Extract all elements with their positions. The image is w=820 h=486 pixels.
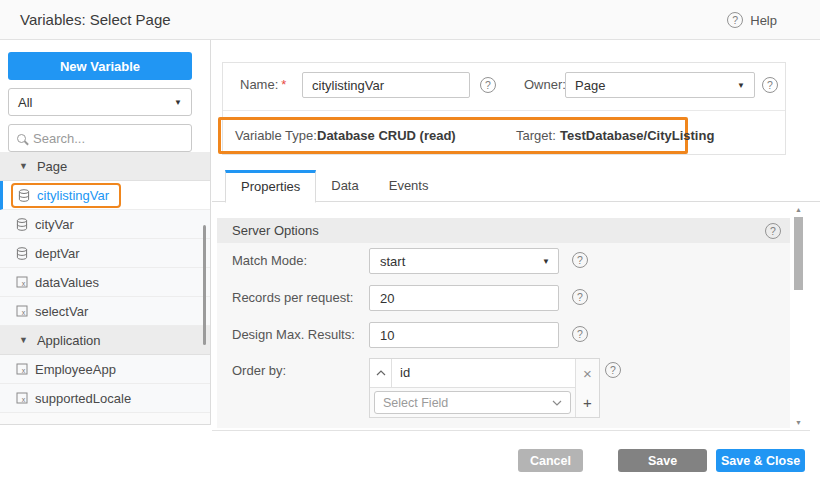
tree-item-selectvar[interactable]: x selectVar bbox=[0, 297, 210, 326]
chevron-up-icon bbox=[376, 370, 386, 376]
variable-type-highlight-box: Variable Type: Database CRUD (read) Targ… bbox=[218, 117, 688, 154]
svg-text:x: x bbox=[22, 309, 26, 316]
order-by-actions-column: × + bbox=[575, 359, 599, 417]
chevron-down-icon: ▼ bbox=[19, 335, 28, 345]
order-by-help-icon[interactable]: ? bbox=[605, 362, 621, 378]
chevron-down-icon bbox=[552, 400, 562, 406]
tree-group-label: Page bbox=[37, 159, 67, 174]
database-variable-icon bbox=[16, 247, 28, 260]
new-variable-button[interactable]: New Variable bbox=[8, 52, 192, 80]
search-icon bbox=[17, 134, 26, 143]
tree-item-label: selectVar bbox=[35, 304, 88, 319]
model-variable-icon: x bbox=[16, 392, 28, 404]
order-by-widget: id Select Field × + bbox=[369, 358, 600, 418]
panel-scrollbar[interactable]: ▲ ▼ bbox=[792, 204, 805, 428]
tree-item-supportedlocale[interactable]: x supportedLocale bbox=[0, 384, 210, 413]
server-options-title: Server Options bbox=[232, 223, 319, 238]
tree-item-citylistingvar[interactable]: citylistingVar bbox=[0, 181, 210, 210]
owner-value: Page bbox=[575, 78, 605, 93]
records-per-request-help-icon[interactable]: ? bbox=[572, 289, 588, 305]
order-by-label: Order by: bbox=[232, 358, 286, 384]
sort-direction-toggle[interactable] bbox=[370, 359, 392, 387]
name-label: Name:* bbox=[240, 71, 286, 99]
tree-item-employeeapp[interactable]: x EmployeeApp bbox=[0, 355, 210, 384]
scroll-up-icon[interactable]: ▲ bbox=[792, 206, 805, 213]
tree-item-label: cityVar bbox=[35, 217, 74, 232]
selection-highlight-box: citylistingVar bbox=[11, 183, 121, 208]
variables-dialog: Variables: Select Page ? Help New Variab… bbox=[0, 0, 820, 486]
database-variable-icon bbox=[16, 218, 28, 231]
detail-tabs: Properties Data Events bbox=[212, 170, 820, 202]
order-by-field-value: id bbox=[392, 359, 575, 387]
variable-tree: ▼ Page citylistingVar cityVar bbox=[0, 152, 210, 424]
target-value: TestDatabase/CityListing bbox=[560, 120, 714, 151]
model-variable-icon: x bbox=[16, 276, 28, 288]
tree-item-label: supportedLocale bbox=[35, 391, 131, 406]
order-by-add-row: Select Field bbox=[370, 388, 575, 417]
tree-item-label: dataValues bbox=[35, 275, 99, 290]
tree-item-label: citylistingVar bbox=[37, 188, 109, 203]
tab-events[interactable]: Events bbox=[374, 170, 444, 201]
tab-properties[interactable]: Properties bbox=[225, 170, 316, 203]
order-by-rows: id Select Field bbox=[370, 359, 575, 417]
match-mode-help-icon[interactable]: ? bbox=[572, 252, 588, 268]
help-circle-icon: ? bbox=[727, 12, 743, 28]
order-by-row: id bbox=[370, 359, 575, 388]
database-variable-icon bbox=[18, 189, 30, 202]
match-mode-control: start ▼ bbox=[369, 248, 559, 274]
tree-group-page[interactable]: ▼ Page bbox=[0, 152, 210, 181]
save-button[interactable]: Save bbox=[618, 449, 707, 472]
card-divider bbox=[223, 110, 785, 111]
tree-group-label: Application bbox=[37, 333, 101, 348]
variable-search[interactable] bbox=[8, 124, 192, 152]
tree-item-datavalues[interactable]: x dataValues bbox=[0, 268, 210, 297]
page-title: Variables: Select Page bbox=[20, 0, 171, 40]
filter-value: All bbox=[18, 95, 32, 110]
records-per-request-control bbox=[369, 285, 559, 311]
chevron-down-icon: ▼ bbox=[542, 257, 550, 266]
search-input[interactable] bbox=[33, 131, 173, 146]
svg-text:x: x bbox=[22, 280, 26, 287]
tree-item-label: EmployeeApp bbox=[35, 362, 116, 377]
match-mode-value: start bbox=[380, 254, 405, 269]
chevron-down-icon: ▼ bbox=[174, 98, 182, 107]
tree-group-application[interactable]: ▼ Application bbox=[0, 326, 210, 355]
variable-summary-card: Name:* ? Owner:* Page ▼ ? Variable Type:… bbox=[222, 62, 786, 155]
owner-select[interactable]: Page ▼ bbox=[565, 72, 755, 98]
server-options-header: Server Options ? bbox=[217, 218, 790, 243]
name-help-icon[interactable]: ? bbox=[480, 77, 496, 93]
tab-data[interactable]: Data bbox=[316, 170, 373, 201]
target-label: Target: bbox=[516, 120, 556, 151]
scroll-down-icon[interactable]: ▼ bbox=[792, 419, 805, 426]
dialog-header: Variables: Select Page ? Help bbox=[0, 0, 820, 40]
add-order-field-button[interactable]: + bbox=[576, 388, 599, 417]
scrollbar-thumb[interactable] bbox=[794, 217, 803, 290]
match-mode-label: Match Mode: bbox=[232, 248, 307, 274]
tree-item-deptvar[interactable]: deptVar bbox=[0, 239, 210, 268]
server-options-panel: Server Options ? Match Mode: start ▼ ? R… bbox=[217, 218, 790, 428]
variables-sidebar: New Variable All ▼ ▼ Page citylistingVar bbox=[0, 40, 211, 425]
match-mode-select[interactable]: start ▼ bbox=[369, 248, 559, 274]
sidebar-scrollbar-thumb[interactable] bbox=[203, 225, 206, 345]
chevron-down-icon: ▼ bbox=[19, 161, 28, 171]
server-options-help-icon[interactable]: ? bbox=[765, 223, 781, 239]
svg-text:x: x bbox=[22, 367, 26, 374]
select-field-dropdown[interactable]: Select Field bbox=[374, 391, 571, 414]
save-and-close-button[interactable]: Save & Close bbox=[716, 449, 805, 472]
model-variable-icon: x bbox=[16, 363, 28, 375]
chevron-down-icon: ▼ bbox=[737, 81, 745, 90]
footer-divider bbox=[212, 430, 810, 431]
design-max-results-control bbox=[369, 322, 559, 348]
tree-item-cityvar[interactable]: cityVar bbox=[0, 210, 210, 239]
variable-filter-select[interactable]: All ▼ bbox=[8, 88, 192, 116]
design-max-results-input[interactable] bbox=[369, 322, 559, 348]
owner-help-icon[interactable]: ? bbox=[762, 77, 778, 93]
help-button[interactable]: ? Help bbox=[727, 0, 777, 40]
remove-order-field-button[interactable]: × bbox=[576, 359, 599, 388]
cancel-button[interactable]: Cancel bbox=[518, 449, 583, 472]
design-max-results-help-icon[interactable]: ? bbox=[572, 326, 588, 342]
tree-filler bbox=[0, 413, 210, 424]
name-input[interactable] bbox=[302, 72, 470, 98]
records-per-request-input[interactable] bbox=[369, 285, 559, 311]
model-variable-icon: x bbox=[16, 305, 28, 317]
